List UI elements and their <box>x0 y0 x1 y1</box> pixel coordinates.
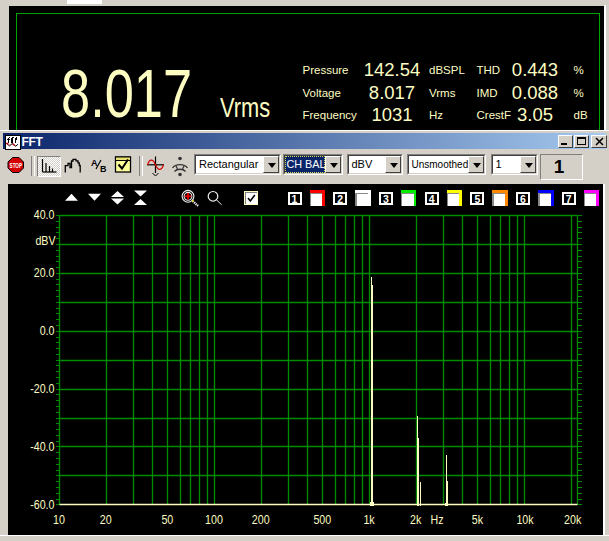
svg-text:dBV: dBV <box>35 233 55 248</box>
svg-text:-20.0: -20.0 <box>30 381 54 396</box>
svg-text:-60.0: -60.0 <box>30 497 54 512</box>
svg-text:500: 500 <box>313 512 331 527</box>
svg-text:20.0: 20.0 <box>34 265 55 280</box>
svg-text:200: 200 <box>252 512 270 527</box>
svg-text:40.0: 40.0 <box>34 207 55 222</box>
svg-text:2k: 2k <box>410 512 422 527</box>
svg-text:50: 50 <box>161 512 173 527</box>
svg-text:Hz: Hz <box>431 512 444 527</box>
svg-text:1k: 1k <box>363 512 375 527</box>
svg-text:20k: 20k <box>564 512 582 527</box>
svg-text:10: 10 <box>53 512 65 527</box>
svg-text:0.0: 0.0 <box>40 323 55 338</box>
svg-text:100: 100 <box>205 512 223 527</box>
svg-text:5k: 5k <box>472 512 484 527</box>
svg-text:20: 20 <box>100 512 112 527</box>
svg-text:10k: 10k <box>516 512 534 527</box>
svg-text:-40.0: -40.0 <box>30 439 54 454</box>
